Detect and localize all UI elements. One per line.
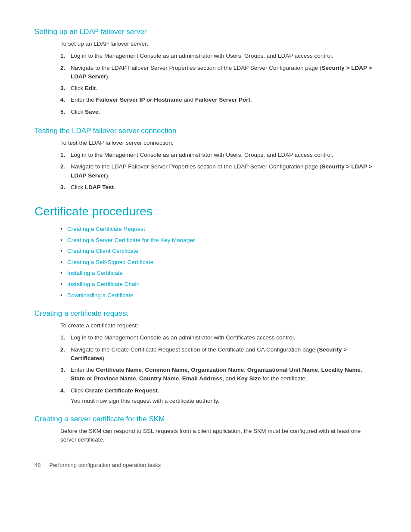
step-item: Click Edit.	[60, 84, 377, 93]
ldap-failover-setup-steps: Log in to the Management Console as an a…	[60, 52, 377, 116]
ldap-failover-test-steps: Log in to the Management Console as an a…	[60, 151, 377, 192]
page-footer: 48 Performing configuration and operatio…	[34, 462, 377, 468]
list-item: Creating a Client Certificate	[60, 246, 377, 256]
certificate-procedures-links: Creating a Certificate Request Creating …	[60, 224, 377, 300]
install-cert-link[interactable]: Installing a Certificate	[67, 270, 123, 276]
install-cert-chain-link[interactable]: Installing a Certificate Chain	[67, 281, 140, 287]
ldap-failover-test-intro: To test the LDAP failover server connect…	[60, 139, 377, 147]
creating-cert-request-title: Creating a certificate request	[34, 309, 377, 318]
step-item: Navigate to the LDAP Failover Server Pro…	[60, 64, 377, 81]
list-item: Installing a Certificate Chain	[60, 280, 377, 289]
client-cert-link[interactable]: Creating a Client Certificate	[67, 248, 138, 254]
server-cert-link[interactable]: Creating a Server Certificate for the Ke…	[67, 237, 195, 243]
step-item: Enter the Certificate Name, Common Name,…	[60, 366, 377, 383]
creating-server-cert-section: Creating a server certificate for the SK…	[34, 415, 377, 445]
step-item: Navigate to the LDAP Failover Server Pro…	[60, 162, 377, 180]
creating-cert-request-steps: Log in to the Management Console as an a…	[60, 333, 377, 405]
list-item: Installing a Certificate	[60, 268, 377, 278]
download-cert-link[interactable]: Downloading a Certificate	[67, 292, 134, 299]
step-item: Log in to the Management Console as an a…	[60, 151, 377, 159]
ldap-failover-setup-section: Setting up an LDAP failover server To se…	[34, 28, 377, 116]
step-item: Navigate to the Create Certificate Reque…	[60, 345, 377, 363]
step-item: Log in to the Management Console as an a…	[60, 52, 377, 60]
self-signed-cert-link[interactable]: Creating a Self-Signed Certificate	[67, 259, 153, 265]
step-item: Click Create Certificate Request. You mu…	[60, 386, 377, 406]
list-item: Creating a Self-Signed Certificate	[60, 258, 377, 267]
cert-request-note: You must now sign this request with a ce…	[71, 397, 377, 405]
footer-text: Performing configuration and operation t…	[49, 462, 161, 468]
ldap-failover-setup-title: Setting up an LDAP failover server	[34, 28, 377, 36]
page-content: Setting up an LDAP failover server To se…	[0, 0, 411, 494]
list-item: Creating a Certificate Request	[60, 224, 377, 234]
certificate-procedures-title: Certificate procedures	[34, 205, 377, 218]
creating-server-cert-intro: Before the SKM can respond to SSL reques…	[60, 427, 377, 445]
creating-cert-request-intro: To create a certificate request:	[60, 321, 377, 330]
step-item: Click LDAP Test.	[60, 183, 377, 192]
ldap-failover-setup-intro: To set up an LDAP failover server:	[60, 40, 377, 48]
step-item: Click Save.	[60, 108, 377, 116]
page-number: 48	[34, 462, 40, 468]
step-item: Enter the Failover Server IP or Hostname…	[60, 96, 377, 104]
certificate-procedures-section: Certificate procedures Creating a Certif…	[34, 205, 377, 300]
cert-request-link[interactable]: Creating a Certificate Request	[67, 226, 145, 232]
list-item: Downloading a Certificate	[60, 291, 377, 300]
creating-cert-request-section: Creating a certificate request To create…	[34, 309, 377, 405]
ldap-failover-test-section: Testing the LDAP failover server connect…	[34, 127, 377, 192]
list-item: Creating a Server Certificate for the Ke…	[60, 236, 377, 245]
ldap-failover-test-title: Testing the LDAP failover server connect…	[34, 127, 377, 135]
step-item: Log in to the Management Console as an a…	[60, 333, 377, 342]
creating-server-cert-title: Creating a server certificate for the SK…	[34, 415, 377, 423]
